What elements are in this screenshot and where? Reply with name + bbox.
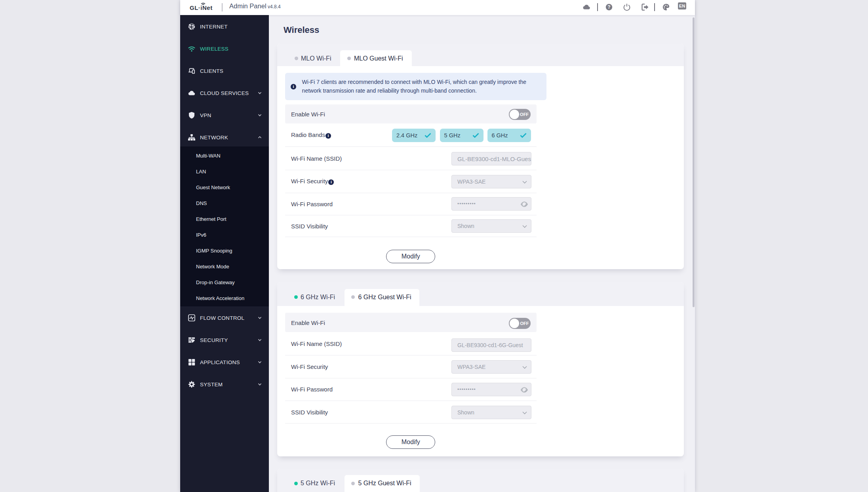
- svg-text:?: ?: [607, 4, 610, 10]
